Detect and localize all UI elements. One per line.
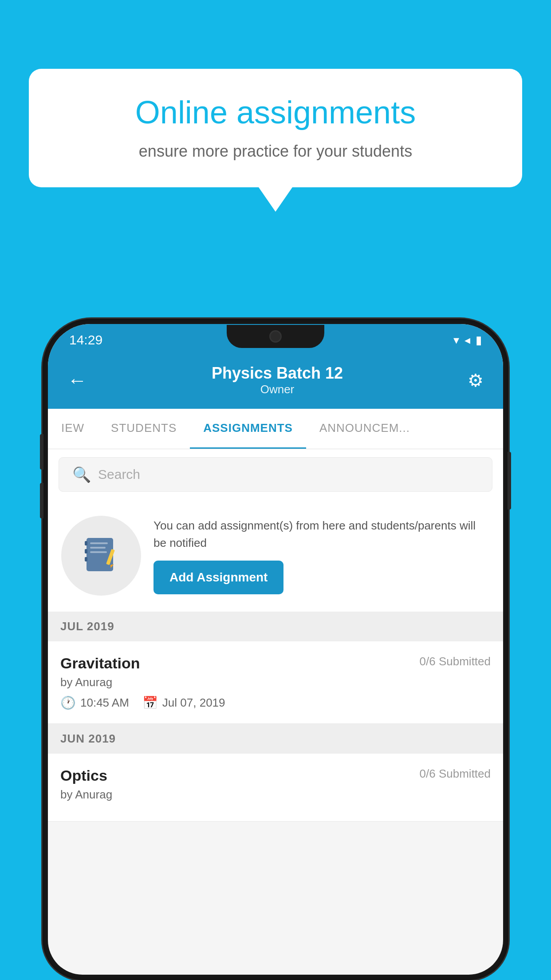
- speech-bubble-title: Online assignments: [55, 93, 496, 131]
- svg-rect-5: [90, 547, 106, 549]
- assignment-gravitation[interactable]: Gravitation 0/6 Submitted by Anurag 🕐 10…: [48, 641, 503, 724]
- svg-rect-4: [90, 542, 108, 544]
- assignment-gravitation-date: 📅 Jul 07, 2019: [142, 695, 225, 710]
- svg-rect-6: [90, 551, 107, 553]
- header-subtitle: Owner: [212, 383, 343, 396]
- assignment-optics-submitted: 0/6 Submitted: [420, 767, 491, 781]
- signal-icon: ◂: [464, 333, 470, 347]
- assignment-optics-header: Optics 0/6 Submitted: [60, 767, 491, 784]
- section-header-jul: JUL 2019: [48, 612, 503, 641]
- section-header-jun: JUN 2019: [48, 724, 503, 754]
- assignment-gravitation-date-value: Jul 07, 2019: [162, 696, 225, 710]
- app-header: ← Physics Batch 12 Owner ⚙: [48, 356, 503, 409]
- promo-section: You can add assignment(s) from here and …: [48, 500, 503, 612]
- phone-button-vol-up: [40, 434, 43, 470]
- tab-assignments[interactable]: ASSIGNMENTS: [190, 409, 306, 449]
- assignment-gravitation-author: by Anurag: [60, 676, 491, 689]
- promo-description: You can add assignment(s) from here and …: [153, 517, 490, 552]
- speech-bubble-subtitle: ensure more practice for your students: [55, 142, 496, 161]
- speech-bubble: Online assignments ensure more practice …: [29, 69, 522, 187]
- tab-announcements[interactable]: ANNOUNCEM...: [306, 409, 423, 449]
- tab-bar: IEW STUDENTS ASSIGNMENTS ANNOUNCEM...: [48, 409, 503, 449]
- battery-icon: ▮: [476, 333, 482, 347]
- svg-rect-2: [85, 549, 87, 553]
- svg-rect-1: [85, 541, 87, 545]
- assignment-gravitation-meta: 🕐 10:45 AM 📅 Jul 07, 2019: [60, 695, 491, 710]
- screen-content: 🔍 Search: [48, 449, 503, 975]
- speech-bubble-pointer: [259, 187, 292, 212]
- promo-content: You can add assignment(s) from here and …: [153, 517, 490, 594]
- assignment-gravitation-submitted: 0/6 Submitted: [420, 655, 491, 668]
- status-icons: ▾ ◂ ▮: [453, 333, 482, 347]
- calendar-icon: 📅: [142, 695, 158, 710]
- settings-icon[interactable]: ⚙: [468, 370, 484, 391]
- phone-screen: 14:29 ▾ ◂ ▮ ← Physics Batch 12 Owner ⚙ I…: [48, 324, 503, 975]
- promo-icon-circle: [61, 516, 141, 596]
- wifi-icon: ▾: [453, 333, 459, 347]
- search-container: 🔍 Search: [48, 449, 503, 500]
- phone-button-power: [508, 452, 511, 510]
- section-month-jun: JUN 2019: [60, 732, 116, 745]
- assignment-optics-title: Optics: [60, 767, 107, 784]
- tab-students[interactable]: STUDENTS: [98, 409, 190, 449]
- header-title-group: Physics Batch 12 Owner: [212, 364, 343, 396]
- tab-iew[interactable]: IEW: [48, 409, 98, 449]
- assignment-gravitation-title: Gravitation: [60, 655, 140, 672]
- header-title: Physics Batch 12: [212, 364, 343, 383]
- assignment-gravitation-time-value: 10:45 AM: [80, 696, 129, 710]
- clock-icon: 🕐: [60, 695, 76, 710]
- status-time: 14:29: [69, 332, 102, 348]
- assignment-gravitation-header: Gravitation 0/6 Submitted: [60, 655, 491, 672]
- section-month-jul: JUL 2019: [60, 620, 114, 633]
- speech-bubble-section: Online assignments ensure more practice …: [29, 69, 522, 212]
- add-assignment-button[interactable]: Add Assignment: [153, 561, 283, 594]
- search-placeholder: Search: [98, 467, 140, 482]
- notebook-svg-icon: [81, 536, 121, 576]
- assignment-optics[interactable]: Optics 0/6 Submitted by Anurag: [48, 754, 503, 822]
- phone-button-vol-down: [40, 483, 43, 518]
- back-button[interactable]: ←: [67, 369, 87, 391]
- phone-frame: 14:29 ▾ ◂ ▮ ← Physics Batch 12 Owner ⚙ I…: [43, 319, 508, 980]
- phone-notch: [227, 325, 324, 348]
- phone-camera: [269, 330, 282, 343]
- search-icon: 🔍: [72, 466, 91, 483]
- assignment-optics-author: by Anurag: [60, 788, 491, 802]
- assignment-gravitation-time: 🕐 10:45 AM: [60, 695, 129, 710]
- svg-rect-3: [85, 557, 87, 561]
- search-bar[interactable]: 🔍 Search: [59, 457, 492, 492]
